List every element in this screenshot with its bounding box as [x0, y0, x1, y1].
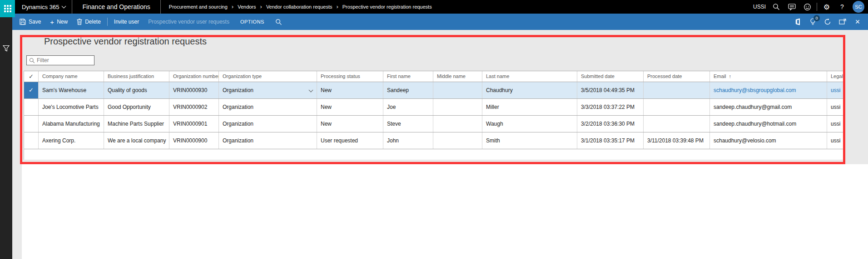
column-header-org_type[interactable]: Organization type [219, 71, 317, 82]
app-name[interactable]: Finance and Operations [72, 3, 160, 10]
cell-justification[interactable]: Machine Parts Supplier [104, 116, 169, 132]
column-header-status[interactable]: Processing status [317, 71, 383, 82]
cell-company[interactable]: Alabama Manufacturing [39, 116, 104, 132]
filter-funnel-icon[interactable] [0, 42, 12, 54]
cell-legal[interactable]: ussi [827, 132, 844, 149]
cell-company[interactable]: Sam's Warehouse [39, 82, 104, 98]
row-checkbox[interactable] [24, 132, 39, 149]
table-row[interactable]: Axering Corp.We are a local companyVRIN0… [24, 132, 844, 149]
cell-org_type[interactable]: Organization [219, 82, 317, 98]
user-avatar[interactable]: SC [853, 1, 864, 13]
column-header-last[interactable]: Last name [482, 71, 577, 82]
refresh-icon[interactable] [822, 16, 833, 28]
cell-submitted[interactable]: 3/3/2018 03:37:22 PM [577, 99, 644, 115]
cell-company[interactable]: Axering Corp. [39, 132, 104, 149]
save-button[interactable]: Save [15, 14, 45, 30]
office-icon[interactable] [792, 16, 804, 28]
cell-org_type[interactable]: Organization [219, 132, 317, 149]
breadcrumb-item[interactable]: Procurement and sourcing [169, 4, 228, 10]
table-row[interactable]: Joe's Locomotive PartsGood OpportunityVR… [24, 99, 844, 116]
cell-first[interactable]: Sandeep [383, 82, 433, 98]
actionbar-search-button[interactable] [271, 14, 287, 30]
cell-legal[interactable]: ussi [827, 82, 844, 98]
breadcrumb-item[interactable]: Vendors [238, 4, 256, 10]
popout-window-icon[interactable] [837, 16, 848, 28]
column-header-first[interactable]: First name [383, 71, 433, 82]
search-icon[interactable] [769, 0, 784, 14]
action-bar: Save + New Delete Invite user Prospectiv… [0, 14, 868, 30]
cell-legal[interactable]: ussi [827, 116, 844, 132]
delete-button[interactable]: Delete [72, 14, 105, 30]
column-header-company[interactable]: Company name [39, 71, 104, 82]
cell-processed[interactable] [644, 82, 710, 98]
cell-status[interactable]: New [317, 82, 383, 98]
cell-last[interactable]: Miller [482, 99, 577, 115]
breadcrumb-item[interactable]: Prospective vendor registration requests [342, 4, 432, 10]
product-menu[interactable]: Dynamics 365 [22, 4, 65, 10]
column-header-middle[interactable]: Middle name [433, 71, 482, 82]
cell-last[interactable]: Smith [482, 132, 577, 149]
cell-org_type[interactable]: Organization [219, 116, 317, 132]
cell-first[interactable]: Joe [383, 99, 433, 115]
column-header-email[interactable]: Email↑ [710, 71, 827, 82]
cell-first[interactable]: John [383, 132, 433, 149]
cell-legal[interactable]: ussi [827, 99, 844, 115]
cell-last[interactable]: Chaudhury [482, 82, 577, 98]
message-center-bulb-icon[interactable]: 0 [807, 16, 818, 28]
row-checkbox[interactable]: ✓ [24, 82, 39, 98]
column-header-processed[interactable]: Processed date [644, 71, 710, 82]
column-header-legal[interactable]: Legal entity [827, 71, 844, 82]
invite-user-button[interactable]: Invite user [109, 14, 144, 30]
cell-org_number[interactable]: VRIN0000930 [169, 82, 219, 98]
breadcrumb-separator-icon: › [260, 3, 262, 10]
cell-status[interactable]: New [317, 99, 383, 115]
settings-gear-icon[interactable]: ⚙ [819, 0, 834, 14]
company-badge[interactable]: USSI [753, 4, 766, 10]
cell-justification[interactable]: We are a local company [104, 132, 169, 149]
cell-org_number[interactable]: VRIN0000901 [169, 116, 219, 132]
prospective-vendor-user-requests-button[interactable]: Prospective vendor user requests [144, 14, 234, 30]
cell-processed[interactable] [644, 99, 710, 115]
cell-processed[interactable]: 3/11/2018 03:39:48 PM [644, 132, 710, 149]
new-button[interactable]: + New [45, 14, 72, 30]
cell-middle[interactable] [433, 132, 482, 149]
row-checkbox[interactable] [24, 116, 39, 132]
filter-input[interactable] [37, 56, 94, 65]
help-icon[interactable]: ? [834, 0, 850, 14]
cell-submitted[interactable]: 3/5/2018 04:49:35 PM [577, 82, 644, 98]
column-header-justification[interactable]: Business justification [104, 71, 169, 82]
cell-org_number[interactable]: VRIN0000902 [169, 99, 219, 115]
breadcrumb-item[interactable]: Vendor collaboration requests [266, 4, 332, 10]
table-row[interactable]: Alabama ManufacturingMachine Parts Suppl… [24, 116, 844, 132]
cell-email[interactable]: schaudhury@sbsgroupglobal.com [710, 82, 827, 98]
options-menu[interactable]: OPTIONS [234, 14, 271, 30]
cell-org_number[interactable]: VRIN0000900 [169, 132, 219, 149]
cell-processed[interactable] [644, 116, 710, 132]
select-all-checkbox[interactable]: ✓ [24, 71, 39, 82]
feedback-chat-icon[interactable] [784, 0, 799, 14]
cell-first[interactable]: Steve [383, 116, 433, 132]
column-header-org_number[interactable]: Organization number [169, 71, 219, 82]
cell-email[interactable]: sandeep.chaudhury@hotmail.com [710, 116, 827, 132]
cell-submitted[interactable]: 3/1/2018 03:35:17 PM [577, 132, 644, 149]
row-checkbox[interactable] [24, 99, 39, 115]
cell-middle[interactable] [433, 99, 482, 115]
column-header-submitted[interactable]: Submitted date [577, 71, 644, 82]
table-row[interactable]: ✓Sam's WarehouseQuality of goodsVRIN0000… [24, 82, 844, 99]
cell-org_type[interactable]: Organization [219, 99, 317, 115]
smiley-feedback-icon[interactable] [799, 0, 815, 14]
cell-status[interactable]: User requested [317, 132, 383, 149]
cell-status[interactable]: New [317, 116, 383, 132]
cell-justification[interactable]: Good Opportunity [104, 99, 169, 115]
cell-justification[interactable]: Quality of goods [104, 82, 169, 98]
close-icon[interactable]: × [852, 16, 863, 28]
cell-middle[interactable] [433, 82, 482, 98]
app-launcher-button[interactable] [0, 0, 15, 17]
cell-middle[interactable] [433, 116, 482, 132]
cell-last[interactable]: Waugh [482, 116, 577, 132]
cell-company[interactable]: Joe's Locomotive Parts [39, 99, 104, 115]
org-type-dropdown-chevron-icon[interactable] [309, 88, 313, 93]
cell-email[interactable]: sandeep.chaudhury@gmail.com [710, 99, 827, 115]
cell-submitted[interactable]: 3/2/2018 03:36:30 PM [577, 116, 644, 132]
cell-email[interactable]: schaudhury@velosio.com [710, 132, 827, 149]
